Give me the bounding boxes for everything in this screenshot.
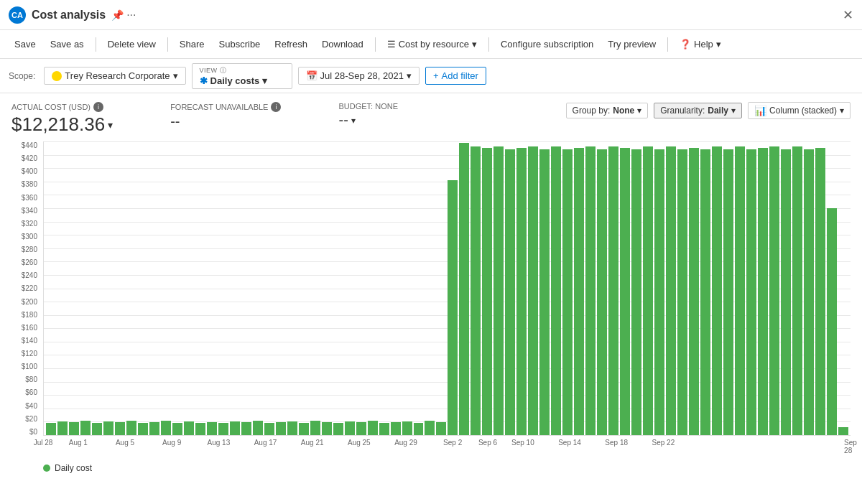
chart-bar[interactable] bbox=[57, 421, 68, 435]
pin-icon[interactable]: 📌 bbox=[111, 9, 124, 21]
chart-bar[interactable] bbox=[482, 148, 492, 435]
chart-bar[interactable] bbox=[241, 422, 251, 435]
chart-bar[interactable] bbox=[505, 149, 515, 435]
chart-type-control[interactable]: 📊 Column (stacked) ▾ bbox=[748, 102, 851, 119]
chart-bar[interactable] bbox=[126, 421, 136, 435]
chart-bar[interactable] bbox=[516, 148, 527, 435]
chart-bar[interactable] bbox=[230, 421, 240, 435]
forecast-info-icon[interactable]: i bbox=[271, 102, 281, 112]
chart-bar[interactable] bbox=[322, 422, 332, 435]
chart-bar[interactable] bbox=[677, 149, 687, 435]
chart-bar[interactable] bbox=[414, 423, 424, 435]
chart-bar[interactable] bbox=[608, 146, 618, 435]
group-by-control[interactable]: Group by: None ▾ bbox=[566, 103, 649, 118]
chart-bar[interactable] bbox=[379, 423, 389, 435]
scope-badge bbox=[52, 71, 62, 81]
chart-bar[interactable] bbox=[402, 421, 412, 435]
granularity-control[interactable]: Granularity: Daily ▾ bbox=[654, 103, 742, 118]
chart-bar[interactable] bbox=[551, 146, 561, 435]
chart-bar[interactable] bbox=[218, 423, 228, 435]
chart-bar[interactable] bbox=[356, 422, 366, 435]
chart-bar[interactable] bbox=[138, 423, 148, 435]
chart-bar[interactable] bbox=[436, 422, 446, 435]
group-by-chevron-icon: ▾ bbox=[637, 106, 641, 116]
refresh-button[interactable]: Refresh bbox=[269, 36, 313, 52]
chart-bar[interactable] bbox=[643, 146, 653, 435]
chart-bar[interactable] bbox=[574, 148, 584, 435]
save-as-button[interactable]: Save as bbox=[45, 36, 90, 52]
chart-bar[interactable] bbox=[689, 148, 699, 435]
delete-view-button[interactable]: Delete view bbox=[102, 36, 162, 52]
chart-bar[interactable] bbox=[184, 421, 194, 435]
date-range-selector[interactable]: 📅 Jul 28-Sep 28, 2021 ▾ bbox=[298, 67, 420, 85]
chart-bar[interactable] bbox=[597, 149, 607, 435]
actual-cost-value[interactable]: $12,218.36 ▾ bbox=[11, 113, 113, 136]
help-button[interactable]: ❓ Help ▾ bbox=[674, 36, 727, 52]
chart-bar[interactable] bbox=[493, 146, 504, 435]
chart-bar[interactable] bbox=[562, 149, 573, 435]
chart-bar[interactable] bbox=[654, 149, 664, 435]
scope-selector[interactable]: Trey Research Corporate ▾ bbox=[44, 67, 185, 85]
chart-bar[interactable] bbox=[276, 422, 286, 435]
add-filter-button[interactable]: + Add filter bbox=[425, 67, 486, 85]
download-button[interactable]: Download bbox=[316, 36, 369, 52]
chart-bar[interactable] bbox=[735, 146, 745, 435]
chart-bar[interactable] bbox=[161, 421, 171, 435]
chart-bar[interactable] bbox=[310, 421, 320, 435]
chart-bar[interactable] bbox=[585, 146, 595, 435]
chart-bar[interactable] bbox=[838, 427, 848, 435]
chart-bar[interactable] bbox=[253, 421, 263, 435]
chart-bar[interactable] bbox=[46, 423, 56, 435]
chart-bar[interactable] bbox=[287, 421, 297, 435]
actual-info-icon[interactable]: i bbox=[93, 102, 103, 112]
y-axis-label: $380 bbox=[22, 180, 40, 188]
chart-bar[interactable] bbox=[528, 146, 538, 435]
chart-bar[interactable] bbox=[69, 422, 79, 435]
try-preview-button[interactable]: Try preview bbox=[602, 36, 662, 52]
chart-bar[interactable] bbox=[631, 149, 641, 435]
share-button[interactable]: Share bbox=[174, 36, 210, 52]
chart-bar[interactable] bbox=[471, 146, 481, 435]
configure-button[interactable]: Configure subscription bbox=[495, 36, 599, 52]
chart-bar[interactable] bbox=[425, 421, 435, 435]
chart-bar[interactable] bbox=[103, 421, 113, 435]
chart-bar[interactable] bbox=[92, 423, 102, 435]
chart-bar[interactable] bbox=[815, 148, 825, 435]
chart-bar[interactable] bbox=[459, 143, 469, 435]
chart-bar[interactable] bbox=[700, 149, 710, 435]
chart-bar[interactable] bbox=[299, 423, 309, 435]
subscribe-button[interactable]: Subscribe bbox=[213, 36, 267, 52]
chart-bar[interactable] bbox=[368, 421, 378, 435]
chart-bar[interactable] bbox=[80, 421, 91, 435]
chart-bar[interactable] bbox=[666, 146, 676, 435]
chart-bar[interactable] bbox=[712, 146, 722, 435]
chart-bar[interactable] bbox=[448, 180, 458, 435]
close-icon[interactable]: ✕ bbox=[843, 7, 853, 23]
chart-bar[interactable] bbox=[539, 149, 550, 435]
chart-bar[interactable] bbox=[723, 149, 733, 435]
chart-bar[interactable] bbox=[345, 421, 355, 435]
chart-bar[interactable] bbox=[391, 422, 401, 435]
chart-bar[interactable] bbox=[792, 146, 802, 435]
chart-bar[interactable] bbox=[620, 148, 630, 435]
chart-bar[interactable] bbox=[172, 423, 182, 435]
chart-bar[interactable] bbox=[207, 422, 217, 435]
toolbar: Save Save as Delete view Share Subscribe… bbox=[0, 30, 862, 59]
save-button[interactable]: Save bbox=[9, 36, 42, 52]
chart-bar[interactable] bbox=[746, 149, 756, 435]
view-selector[interactable]: VIEW ⓘ ✱ Daily costs ▾ bbox=[192, 63, 292, 89]
budget-value[interactable]: -- ▾ bbox=[338, 112, 398, 129]
more-icon[interactable]: ··· bbox=[126, 9, 136, 22]
chart-bar[interactable] bbox=[333, 423, 343, 435]
chart-bar[interactable] bbox=[781, 149, 791, 435]
cost-by-button[interactable]: ☰ Cost by resource ▾ bbox=[381, 36, 483, 52]
chart-bar[interactable] bbox=[769, 146, 779, 435]
chart-bar[interactable] bbox=[264, 423, 274, 435]
chart-bar[interactable] bbox=[804, 149, 814, 435]
chart-bar[interactable] bbox=[149, 422, 159, 435]
chart-bar[interactable] bbox=[195, 423, 205, 435]
y-axis-label: $20 bbox=[25, 415, 40, 423]
chart-bar[interactable] bbox=[115, 422, 125, 435]
chart-bar[interactable] bbox=[827, 208, 837, 435]
chart-bar[interactable] bbox=[758, 148, 768, 435]
